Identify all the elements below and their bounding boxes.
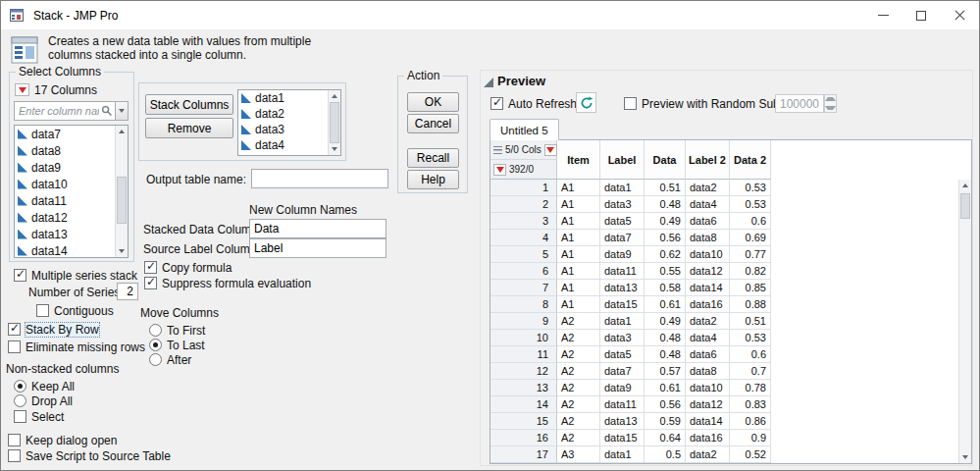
cell-label2[interactable]: data8 [686, 363, 730, 380]
cell-data2[interactable]: 0.78 [730, 380, 771, 396]
cell-label2[interactable]: data6 [686, 213, 730, 230]
column-list-item[interactable]: data8 [15, 142, 115, 159]
column-list-item[interactable]: data14 [15, 242, 115, 258]
row-number[interactable]: 4 [490, 230, 557, 246]
cell-label[interactable]: data13 [600, 413, 645, 430]
cell-data2[interactable]: 0.82 [730, 263, 771, 280]
recall-button[interactable]: Recall [407, 148, 459, 168]
available-columns-list[interactable]: data7 data8 data9 data10 [14, 125, 129, 258]
cell-label2[interactable]: data10 [686, 380, 730, 396]
cell-label[interactable]: data3 [600, 196, 645, 213]
to-first-radio[interactable]: To First [149, 323, 205, 338]
cell-item[interactable]: A2 [557, 380, 600, 396]
keep-dialog-open-checkbox[interactable]: Keep dialog open [8, 433, 117, 447]
cell-label[interactable]: data5 [600, 213, 645, 230]
cell-label[interactable]: data9 [600, 246, 645, 263]
source-label-column-input[interactable] [249, 238, 387, 258]
cell-item[interactable]: A1 [557, 180, 600, 196]
cell-data[interactable]: 0.48 [645, 330, 686, 346]
cell-data2[interactable]: 0.77 [730, 246, 771, 263]
rows-red-triangle[interactable] [493, 164, 506, 176]
cell-item[interactable]: A2 [557, 330, 600, 346]
scrollbar-thumb[interactable] [330, 102, 339, 143]
cell-data[interactable]: 0.55 [645, 263, 686, 280]
cell-label[interactable]: data1 [600, 446, 645, 463]
cell-data2[interactable]: 0.51 [730, 313, 771, 330]
row-number[interactable]: 8 [490, 296, 557, 313]
cell-data2[interactable]: 0.85 [730, 280, 771, 296]
cell-label2[interactable]: data4 [686, 196, 730, 213]
row-number[interactable]: 6 [490, 263, 557, 280]
stacked-columns-list[interactable]: data1 data2 data3 data4 [237, 89, 341, 156]
cell-label2[interactable]: data4 [686, 330, 730, 346]
stacked-column-item[interactable]: data1 [238, 90, 328, 106]
column-list-item[interactable]: data11 [15, 192, 115, 209]
cell-label2[interactable]: data10 [686, 246, 730, 263]
cell-data[interactable]: 0.49 [645, 313, 686, 330]
scroll-up-button[interactable] [959, 180, 971, 191]
table-scrollbar[interactable] [958, 180, 971, 463]
column-list-item[interactable]: data7 [15, 126, 115, 142]
cell-data[interactable]: 0.5 [645, 446, 686, 463]
cell-data2[interactable]: 0.7 [730, 363, 771, 380]
cell-label[interactable]: data15 [600, 430, 645, 446]
cell-label[interactable]: data7 [600, 230, 645, 246]
contiguous-checkbox[interactable]: Contiguous [36, 303, 114, 318]
copy-formula-checkbox[interactable]: Copy formula [144, 260, 232, 275]
cell-data2[interactable]: 0.52 [730, 446, 771, 463]
multiple-series-stack-checkbox[interactable]: Multiple series stack [14, 268, 137, 283]
cell-label2[interactable]: data14 [686, 280, 730, 296]
cell-label[interactable]: data13 [600, 280, 645, 296]
scrollbar-thumb[interactable] [960, 193, 970, 219]
column-header-data[interactable]: Data [645, 140, 686, 180]
cell-label2[interactable]: data12 [686, 396, 730, 413]
columns-list-scrollbar[interactable] [115, 126, 128, 257]
column-list-item[interactable]: data12 [15, 209, 115, 226]
auto-refresh-checkbox[interactable]: Auto Refresh [490, 96, 577, 111]
eliminate-missing-rows-checkbox[interactable]: Eliminate missing rows [8, 340, 145, 354]
scroll-down-button[interactable] [959, 451, 971, 463]
cell-data2[interactable]: 0.69 [730, 230, 771, 246]
cell-data2[interactable]: 0.53 [730, 330, 771, 346]
stacked-column-item[interactable]: data2 [238, 106, 328, 122]
cell-data2[interactable]: 0.83 [730, 396, 771, 413]
cell-item[interactable]: A2 [557, 413, 600, 430]
cell-data[interactable]: 0.48 [645, 346, 686, 363]
stack-columns-button[interactable]: Stack Columns [145, 94, 233, 115]
cell-label[interactable]: data7 [600, 363, 645, 380]
cell-item[interactable]: A2 [557, 396, 600, 413]
scrollbar-thumb[interactable] [117, 177, 127, 224]
cancel-button[interactable]: Cancel [407, 114, 459, 133]
scroll-down-button[interactable] [329, 143, 340, 155]
cell-item[interactable]: A1 [557, 213, 600, 230]
column-list-item[interactable]: data13 [15, 226, 115, 242]
cell-label2[interactable]: data14 [686, 413, 730, 430]
suppress-formula-checkbox[interactable]: Suppress formula evaluation [144, 276, 311, 290]
row-number[interactable]: 15 [490, 413, 557, 430]
column-header-label2[interactable]: Label 2 [686, 140, 730, 180]
number-of-series-input[interactable] [117, 283, 138, 300]
columns-red-triangle-menu[interactable] [15, 83, 29, 96]
row-number[interactable]: 14 [490, 396, 557, 413]
cell-label[interactable]: data3 [600, 330, 645, 346]
row-number[interactable]: 16 [490, 430, 557, 446]
ok-button[interactable]: OK [407, 92, 459, 112]
cell-item[interactable]: A2 [557, 313, 600, 330]
refresh-button[interactable] [576, 92, 596, 113]
cell-item[interactable]: A2 [557, 346, 600, 363]
cell-data2[interactable]: 0.86 [730, 413, 771, 430]
cell-data[interactable]: 0.57 [645, 363, 686, 380]
select-checkbox[interactable]: Select [14, 409, 64, 424]
to-last-radio[interactable]: To Last [149, 338, 205, 352]
cell-item[interactable]: A1 [557, 246, 600, 263]
remove-button[interactable]: Remove [145, 118, 233, 138]
cell-item[interactable]: A2 [557, 430, 600, 446]
cell-data[interactable]: 0.58 [645, 280, 686, 296]
row-number[interactable]: 3 [490, 213, 557, 230]
stack-by-row-checkbox[interactable]: Stack By Row [8, 322, 99, 337]
cell-data[interactable]: 0.61 [645, 296, 686, 313]
column-list-item[interactable]: data9 [15, 159, 115, 176]
cell-data2[interactable]: 0.6 [730, 213, 771, 230]
cell-data[interactable]: 0.49 [645, 213, 686, 230]
cell-data2[interactable]: 0.6 [730, 346, 771, 363]
